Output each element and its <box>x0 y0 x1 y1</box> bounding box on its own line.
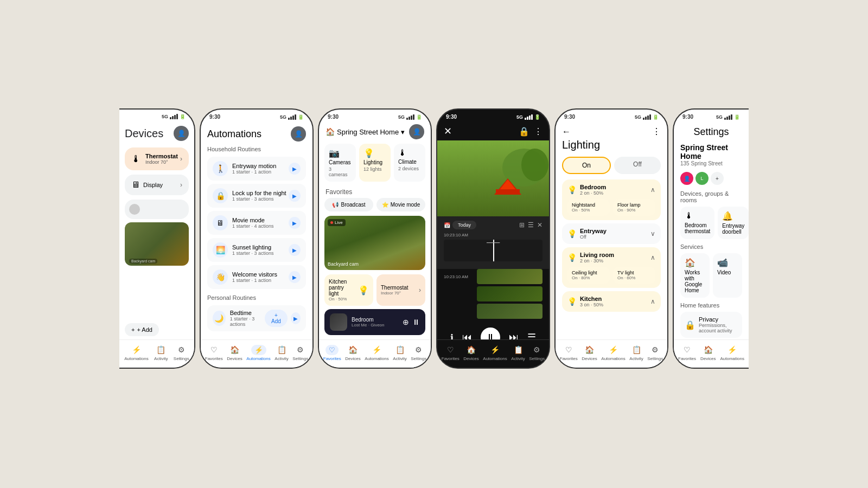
kitchen-expand-icon[interactable]: ∧ <box>650 298 655 305</box>
backyard-camera[interactable]: Live Backyard cam <box>324 216 425 270</box>
close-button[interactable]: ✕ <box>444 125 452 137</box>
automations-avatar[interactable]: 👤 <box>291 126 306 142</box>
nav-automations-1[interactable]: ⚡ Automations <box>124 344 148 361</box>
toggle-off-button[interactable]: Off <box>614 157 661 174</box>
more-icon-5[interactable]: ⋮ <box>652 126 661 137</box>
routine-lock[interactable]: 🔒 Lock up for the night 1 starter · 3 ac… <box>207 184 306 208</box>
play-btn-5[interactable]: ▶ <box>291 312 301 324</box>
tv-light[interactable]: TV light On · 60% <box>613 267 655 284</box>
thumb-img-0[interactable] <box>477 269 542 284</box>
video-card[interactable]: 📹 Video <box>713 253 742 298</box>
nav-automations-2[interactable]: ⚡ Automations <box>246 344 270 361</box>
routine-entryway[interactable]: 🚶 Entryway motion 1 starter · 1 action ▶ <box>207 157 306 181</box>
nav-fav-6[interactable]: ♡ Favorites <box>678 344 696 361</box>
add-button[interactable]: + + Add <box>125 323 159 336</box>
back-icon[interactable]: ← <box>562 127 571 137</box>
living-expand-icon[interactable]: ∧ <box>650 254 655 261</box>
routine-sunset[interactable]: 🌅 Sunset lighting 1 starter · 3 actions … <box>207 238 306 262</box>
bedroom-expand-icon[interactable]: ∧ <box>650 186 655 194</box>
display-card[interactable]: 🖥 Display › <box>125 175 189 195</box>
play-btn-4[interactable]: ▶ <box>289 271 301 283</box>
nav-auto-6[interactable]: ⚡ Automations <box>720 344 744 361</box>
google-home-card[interactable]: 🏠 Works with Google Home <box>680 253 710 298</box>
pause-icon[interactable]: ⏸ <box>412 318 420 326</box>
member-avatar-2[interactable]: L <box>695 172 709 185</box>
nav-dev-6[interactable]: 🏠 Devices <box>700 344 716 361</box>
kitchen-room-card[interactable]: 💡 Kitchen 3 on · 50% ∧ <box>562 291 661 312</box>
category-climate[interactable]: 🌡 Climate 2 devices <box>394 144 425 182</box>
thermostat-card[interactable]: 🌡 Thermostat Indoor 70° › <box>125 147 189 170</box>
nav-auto-5[interactable]: ⚡ Automations <box>601 344 625 361</box>
nav-settings-2[interactable]: ⚙ Settings <box>292 344 308 361</box>
add-member-button[interactable]: + <box>711 172 724 185</box>
user-avatar[interactable]: 👤 <box>174 126 189 141</box>
nav-devices-3[interactable]: 🏠 Devices <box>345 344 360 361</box>
play-btn-2[interactable]: ▶ <box>289 217 301 229</box>
home-avatar[interactable]: 👤 <box>409 124 424 139</box>
settings-title: Settings <box>680 126 742 138</box>
ceiling-light[interactable]: Ceiling light On · 80% <box>567 267 610 284</box>
nav-settings-1[interactable]: ⚙ Settings <box>174 344 189 361</box>
nav-devices-2[interactable]: 🏠 Devices <box>227 344 242 361</box>
routine-bedtime[interactable]: 🌙 Bedtime 1 starter · 3 actions + Add ▶ <box>207 305 306 331</box>
nav-activity-2[interactable]: 📋 Activity <box>275 344 288 361</box>
nav-settings-3[interactable]: ⚙ Settings <box>411 344 426 361</box>
album-art <box>330 313 347 331</box>
nav-favorites-4[interactable]: ♡ Favorites <box>442 344 459 361</box>
nav-activity-3[interactable]: 📋 Activity <box>393 344 406 361</box>
cast-icon[interactable]: ⊕ <box>403 318 409 326</box>
list-icon[interactable]: ☰ <box>528 221 534 229</box>
grid-icon[interactable]: ⊞ <box>519 221 525 229</box>
nightstand-light[interactable]: Nightstand On · 50% <box>567 199 610 216</box>
status-bar-3: 9:30 5G 🔋 <box>319 110 431 122</box>
nav-fav-5[interactable]: ♡ Favorites <box>560 344 578 361</box>
nav-act-5[interactable]: 📋 Activity <box>629 344 643 361</box>
nav-auto-4[interactable]: ⚡ Automations <box>483 344 507 361</box>
camera-preview[interactable]: Backyard cam <box>125 222 189 266</box>
music-card[interactable]: Bedroom Lost Me · Giveon ⊕ ⏸ <box>324 309 425 335</box>
thumb-img-2[interactable] <box>477 304 542 319</box>
today-button[interactable]: Today <box>452 221 476 229</box>
nav-act-4[interactable]: 📋 Activity <box>511 344 525 361</box>
broadcast-button[interactable]: 📢 Broadcast <box>324 198 373 211</box>
movie-mode-button[interactable]: ⭐ Movie mode <box>376 198 425 211</box>
member-avatar-1[interactable]: 👤 <box>680 172 693 185</box>
kitchen-light-card[interactable]: Kitchen pantry light On · 50% 💡 <box>324 274 373 306</box>
close-timeline-icon[interactable]: ✕ <box>537 221 542 229</box>
thumb-img-1[interactable] <box>477 286 542 301</box>
nav-automations-3[interactable]: ⚡ Automations <box>365 344 388 361</box>
nav-activity-1[interactable]: 📋 Activity <box>154 344 168 361</box>
floor-lamp-light[interactable]: Floor lamp On · 90% <box>613 199 655 216</box>
nav-set-4[interactable]: ⚙ Settings <box>529 344 545 361</box>
routine-movie[interactable]: 🖥 Movie mode 1 starter · 4 actions ▶ <box>207 211 306 235</box>
living-room-card[interactable]: 💡 Living room 2 on · 30% ∧ Ceiling light… <box>562 247 661 288</box>
entryway-room-card[interactable]: 💡 Entryway Off ∨ <box>562 223 661 244</box>
phones-container: 5G 🔋 Devices 👤 🌡 Thermostat <box>0 0 868 488</box>
entryway-doorbell-card[interactable]: 🔔 Entryway doorbell <box>718 207 749 239</box>
routine-welcome[interactable]: 👋 Welcome visitors 1 starter · 1 action … <box>207 265 306 289</box>
nav-dev-5[interactable]: 🏠 Devices <box>582 344 597 361</box>
add-icon: + <box>131 326 135 333</box>
home-selector[interactable]: 🏠 Spring Street Home ▾ <box>326 127 405 136</box>
bedroom-thermostat-card[interactable]: 🌡 Bedroom thermostat <box>680 207 714 239</box>
thermostat-mini-card[interactable]: Thermostat Indoor 70° › <box>376 274 425 306</box>
nav-favorites-2[interactable]: ♡ Favorites <box>205 344 223 361</box>
play-btn-0[interactable]: ▶ <box>289 163 301 175</box>
members-row: 👤 L + <box>680 172 742 185</box>
home-content: 🏠 Spring Street Home ▾ 👤 📷 Cameras 3 cam… <box>319 122 431 335</box>
play-btn-1[interactable]: ▶ <box>289 190 301 202</box>
entryway-expand-icon[interactable]: ∨ <box>650 230 655 237</box>
toggle-on-button[interactable]: On <box>562 157 611 174</box>
scrubber[interactable]: ━━━━━━ <box>444 240 542 261</box>
category-lighting[interactable]: 💡 Lighting 12 lights <box>359 144 391 182</box>
privacy-card[interactable]: 🔒 Privacy Permissions, account activity <box>680 312 742 338</box>
more-icon[interactable]: ⋮ <box>534 126 542 137</box>
add-routine-button[interactable]: + Add <box>265 310 288 327</box>
play-btn-3[interactable]: ▶ <box>289 244 301 256</box>
category-cameras[interactable]: 📷 Cameras 3 cameras <box>324 144 356 182</box>
home-features-title: Home features <box>680 302 742 309</box>
nav-set-5[interactable]: ⚙ Settings <box>647 344 663 361</box>
nav-favorites-3[interactable]: ♡ Favorites <box>323 344 341 361</box>
bedroom-room-card[interactable]: 💡 Bedroom 2 on · 50% ∧ Nightstand On · 5… <box>562 179 661 220</box>
nav-devices-4[interactable]: 🏠 Devices <box>463 344 478 361</box>
